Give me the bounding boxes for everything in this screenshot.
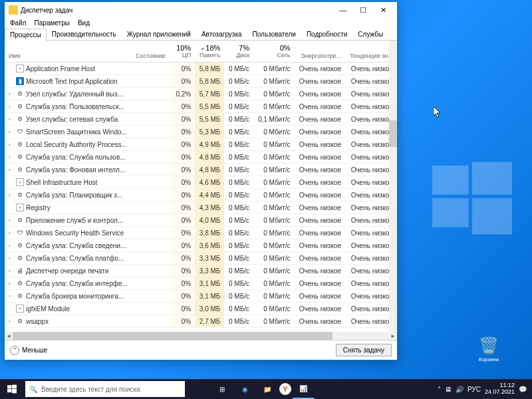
table-row[interactable]: ›⚙Приложение служб и контрол...0%4,0 МБ0… xyxy=(5,214,397,227)
expand-icon[interactable]: › xyxy=(9,230,14,236)
recycle-bin-icon[interactable]: 🗑️ Корзина xyxy=(472,336,505,362)
mem-cell: 4,8 МБ xyxy=(195,151,224,164)
tray-notification-icon[interactable]: 💬 xyxy=(519,386,527,393)
fewer-details-toggle[interactable]: ⌃ Меньше xyxy=(10,346,47,355)
end-task-button[interactable]: Снять задачу xyxy=(336,344,392,356)
disk-cell: 0 МБ/с xyxy=(224,265,253,277)
expand-icon[interactable]: › xyxy=(9,91,14,97)
close-button[interactable]: ✕ xyxy=(373,3,393,17)
scroll-right-icon[interactable]: ► xyxy=(389,333,397,339)
table-row[interactable]: ›🛡SmartScreen Защитника Windo...0%5,3 МБ… xyxy=(5,126,397,138)
col-disk[interactable]: 7%Диск xyxy=(224,41,253,63)
expand-icon[interactable]: › xyxy=(9,319,14,325)
table-row[interactable]: ›⚙Служба узла: Служба пользов...0%4,8 МБ… xyxy=(5,151,397,164)
scroll-left-icon[interactable]: ◄ xyxy=(5,333,13,339)
tab-app-history[interactable]: Журнал приложений xyxy=(122,28,196,40)
table-row[interactable]: ›🛡Windows Security Health Service0%3,8 М… xyxy=(5,227,397,239)
explorer-icon[interactable]: 📁 xyxy=(257,379,278,399)
expand-icon[interactable]: › xyxy=(9,129,14,135)
col-status[interactable]: Состояние xyxy=(132,41,172,63)
net-cell: 0 Мбит/с xyxy=(253,227,295,239)
expand-icon[interactable]: › xyxy=(9,268,14,274)
power-cell: Очень низкое xyxy=(295,290,345,303)
expand-icon[interactable]: › xyxy=(9,243,14,249)
table-row[interactable]: ›⚙wsappx0%2,7 МБ0 МБ/с0 Мбит/сОчень низк… xyxy=(5,315,397,328)
horizontal-scrollbar[interactable]: ◄ ► xyxy=(5,332,397,340)
table-row[interactable]: ▫igfxEM Module0%3,0 МБ0 МБ/с0 Мбит/сОчен… xyxy=(5,303,397,315)
tab-performance[interactable]: Производительность xyxy=(47,28,122,40)
tab-startup[interactable]: Автозагрузка xyxy=(196,28,247,40)
app-icon xyxy=(9,5,18,15)
menu-options[interactable]: Параметры xyxy=(35,19,70,27)
expand-icon[interactable]: › xyxy=(9,255,14,261)
tray-lang[interactable]: РУС xyxy=(467,386,481,393)
window-footer: ⌃ Меньше Снять задачу xyxy=(5,340,397,360)
expand-icon[interactable]: › xyxy=(9,217,14,223)
expand-icon[interactable]: › xyxy=(9,293,14,299)
maximize-button[interactable]: ☐ xyxy=(353,3,373,17)
menu-file[interactable]: Файл xyxy=(10,19,27,27)
table-row[interactable]: ▫Shell Infrastructure Host0%4,6 МБ0 МБ/с… xyxy=(5,176,397,189)
tray-chevron-icon[interactable]: ˄ xyxy=(438,386,441,393)
expand-icon[interactable]: › xyxy=(9,192,14,198)
expand-icon[interactable]: › xyxy=(9,167,14,173)
svg-rect-4 xyxy=(7,385,11,388)
tab-details[interactable]: Подробности xyxy=(301,28,352,40)
hscroll-thumb[interactable] xyxy=(13,332,332,340)
minimize-button[interactable]: — xyxy=(333,3,353,17)
process-name: Служба брокера мониторинга... xyxy=(26,293,124,300)
cpu-cell: 0% xyxy=(172,151,195,164)
menu-view[interactable]: Вид xyxy=(78,19,90,27)
table-row[interactable]: ▫Registry0%4,3 МБ0 МБ/с0 Мбит/сОчень низ… xyxy=(5,201,397,214)
expand-icon[interactable]: › xyxy=(9,281,14,287)
col-net[interactable]: 0%Сеть xyxy=(253,41,295,63)
taskmgr-taskbar-icon[interactable]: 📊 xyxy=(293,379,314,399)
expand-icon[interactable]: › xyxy=(9,104,14,110)
cpu-cell: 0% xyxy=(172,113,195,126)
power-cell: Очень низкое xyxy=(295,138,345,151)
col-power[interactable]: Энергопотре... xyxy=(295,41,345,63)
table-row[interactable]: ›⚙Служба брокера мониторинга...0%3,1 МБ0… xyxy=(5,290,397,303)
power-cell: Очень низкое xyxy=(295,113,345,126)
start-button[interactable] xyxy=(0,379,24,399)
table-row[interactable]: ›⚙Служба узла: Служба платфо...0%3,3 МБ0… xyxy=(5,252,397,265)
tray-monitor-icon[interactable]: 🖥 xyxy=(445,386,452,393)
table-row[interactable]: ›🖨Диспетчер очереди печати0%3,3 МБ0 МБ/с… xyxy=(5,265,397,277)
expand-icon[interactable]: › xyxy=(9,154,14,160)
search-box[interactable]: 🔍 Введите здесь текст для поиска xyxy=(25,381,185,397)
table-row[interactable]: ›⚙Local Security Authority Process...0%4… xyxy=(5,138,397,151)
tray-clock[interactable]: 11:12 24.07.2021 xyxy=(485,382,515,396)
table-row[interactable]: ›⚙Узел службы: сетевая служба0%5,5 МБ0 М… xyxy=(5,113,397,126)
col-memory[interactable]: ▾18%Память xyxy=(195,41,224,63)
yandex-icon[interactable]: Y xyxy=(279,383,291,395)
task-view-icon[interactable]: ⊞ xyxy=(211,379,233,399)
vertical-scrollbar[interactable] xyxy=(389,41,397,332)
edge-icon[interactable]: ◉ xyxy=(234,379,255,399)
table-row[interactable]: ›⚙Служба узла: Фоновая интелл...0%4,8 МБ… xyxy=(5,164,397,176)
tab-processes[interactable]: Процессы xyxy=(5,29,47,41)
net-cell: 0 Мбит/с xyxy=(253,189,295,201)
expand-icon[interactable]: › xyxy=(9,116,14,122)
disk-cell: 0 МБ/с xyxy=(224,201,253,214)
tray-volume-icon[interactable]: 🔊 xyxy=(456,386,464,393)
table-row[interactable]: ›⚙Служба узла: Пользовательск...0%5,5 МБ… xyxy=(5,100,397,113)
table-row[interactable]: ›⚙Служба узла: Планировщик з...0%4,4 МБ0… xyxy=(5,189,397,201)
net-cell: 0 Мбит/с xyxy=(253,164,295,176)
disk-cell: 0 МБ/с xyxy=(224,63,253,75)
scrollbar-thumb[interactable] xyxy=(389,120,397,147)
svg-rect-0 xyxy=(432,166,469,195)
titlebar[interactable]: Диспетчер задач — ☐ ✕ xyxy=(5,2,397,18)
table-row[interactable]: ›⚙Служба узла: Служба сведени...0%3,6 МБ… xyxy=(5,239,397,252)
col-cpu[interactable]: 10%ЦП xyxy=(172,41,195,63)
disk-cell: 0 МБ/с xyxy=(224,189,253,201)
col-name[interactable]: Имя xyxy=(5,41,132,63)
tab-users[interactable]: Пользователи xyxy=(247,28,301,40)
table-row[interactable]: ▮Microsoft Text Input Application0%5,8 М… xyxy=(5,75,397,88)
table-row[interactable]: ▫Application Frame Host0%5,8 МБ0 МБ/с0 М… xyxy=(5,63,397,75)
power-cell: Очень низкое xyxy=(295,239,345,252)
process-name: Узел службы: Удаленный выз... xyxy=(26,90,123,98)
tab-services[interactable]: Службы xyxy=(352,28,388,40)
table-row[interactable]: ›⚙Служба узла: Служба интерфе...0%3,1 МБ… xyxy=(5,277,397,290)
table-row[interactable]: ›⚙Узел службы: Удаленный выз...0,2%5,7 М… xyxy=(5,88,397,100)
expand-icon[interactable]: › xyxy=(9,142,14,148)
